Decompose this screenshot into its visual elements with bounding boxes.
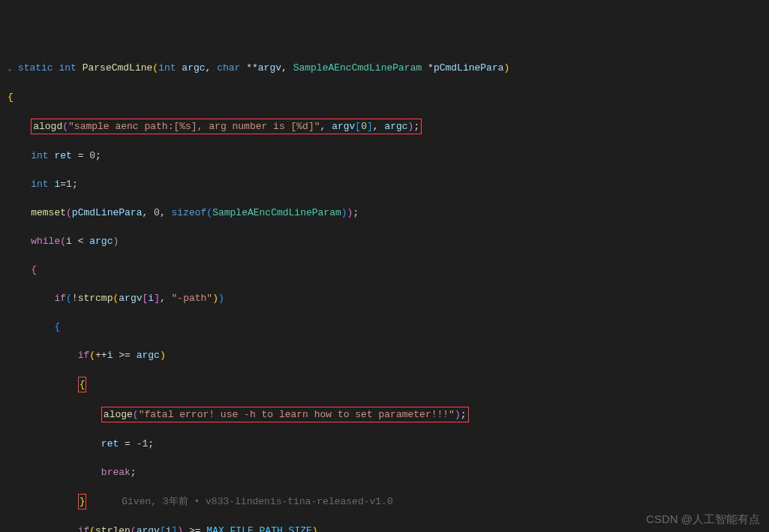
brace-highlight-close: }: [78, 494, 87, 509]
decl-ret[interactable]: int ret = 0;: [8, 149, 769, 163]
while-brace-open[interactable]: {: [8, 263, 769, 277]
memset-line[interactable]: memset(pCmdLinePara, 0, sizeof(SampleAEn…: [8, 206, 769, 220]
kw-static: static: [18, 62, 53, 74]
ret-neg1[interactable]: ret = -1;: [8, 437, 769, 451]
if-inci-brace[interactable]: {: [8, 377, 769, 392]
decl-i[interactable]: int i=1;: [8, 177, 769, 191]
aloge-fatal-h[interactable]: aloge("fatal error! use -h to learn how …: [8, 407, 769, 422]
alogd-sample-line[interactable]: alogd("sample aenc path:[%s], arg number…: [8, 119, 769, 134]
watermark: CSDN @人工智能有点: [646, 512, 760, 526]
brace-highlight-open: {: [78, 377, 87, 392]
kw-int: int: [59, 62, 76, 74]
if-inci-brace-close[interactable]: } Given, 3年前 • v833-lindenis-tina-releas…: [8, 494, 769, 509]
func-sig-line[interactable]: ⌄ static int ParseCmdLine(int argc, char…: [8, 61, 769, 76]
while-line[interactable]: while(i < argc): [8, 234, 769, 248]
if-inci-line[interactable]: if(++i >= argc): [8, 348, 769, 362]
if-path-line[interactable]: if(!strcmp(argv[i], "-path")): [8, 291, 769, 305]
break-1[interactable]: break;: [8, 465, 769, 479]
if-path-brace[interactable]: {: [8, 320, 769, 334]
brace-open[interactable]: {: [8, 90, 769, 104]
git-blame-annotation: Given, 3年前 • v833-lindenis-tina-released…: [122, 496, 392, 507]
fold-icon[interactable]: ⌄: [8, 65, 12, 73]
highlight-box-1: alogd("sample aenc path:[%s], arg number…: [31, 119, 422, 134]
highlight-box-2: aloge("fatal error! use -h to learn how …: [101, 407, 469, 422]
func-name: ParseCmdLine: [83, 62, 153, 74]
